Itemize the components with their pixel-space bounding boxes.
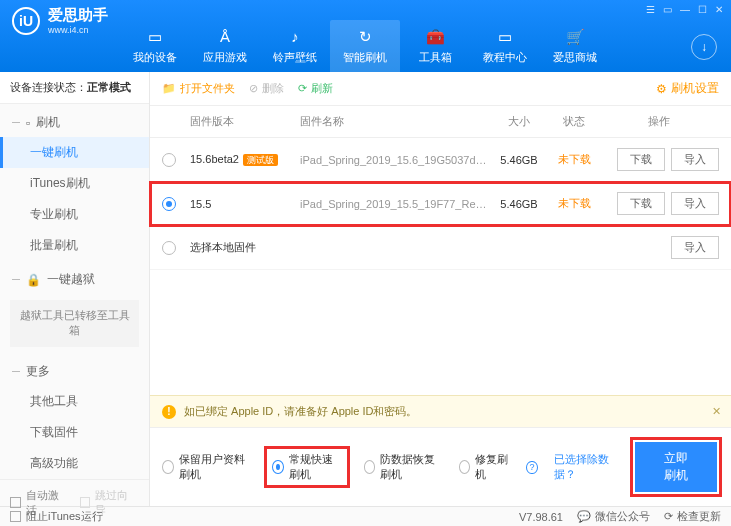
menu-icon[interactable]: ☰ bbox=[646, 4, 655, 15]
jailbreak-moved-notice: 越狱工具已转移至工具箱 bbox=[10, 300, 139, 347]
flash-now-button[interactable]: 立即刷机 bbox=[635, 442, 717, 492]
refresh-button[interactable]: ⟳刷新 bbox=[298, 81, 333, 96]
erase-data-link[interactable]: 已选择除数据？ bbox=[554, 452, 617, 482]
flash-settings-button[interactable]: ⚙刷机设置 bbox=[656, 80, 719, 97]
group-jailbreak[interactable]: 🔒 一键越狱 bbox=[0, 265, 149, 294]
sidebar-item-download-fw[interactable]: 下载固件 bbox=[0, 417, 149, 448]
help-icon[interactable]: ? bbox=[526, 461, 537, 474]
phone-icon: ▭ bbox=[146, 28, 164, 46]
sidebar-item-advanced[interactable]: 高级功能 bbox=[0, 448, 149, 479]
trash-icon: ⊘ bbox=[249, 82, 258, 95]
music-icon: ♪ bbox=[286, 28, 304, 46]
folder-icon: 📁 bbox=[162, 82, 176, 95]
local-firmware-row[interactable]: 选择本地固件 导入 bbox=[150, 226, 731, 270]
update-icon: ⟳ bbox=[664, 510, 673, 523]
nav-tutorials[interactable]: ▭教程中心 bbox=[470, 20, 540, 72]
opt-normal-fast[interactable]: 常规快速刷机 bbox=[266, 448, 348, 486]
maximize-icon[interactable]: ☐ bbox=[698, 4, 707, 15]
import-button[interactable]: 导入 bbox=[671, 148, 719, 171]
wechat-link[interactable]: 💬微信公众号 bbox=[577, 509, 650, 524]
close-icon[interactable]: ✕ bbox=[715, 4, 723, 15]
import-button[interactable]: 导入 bbox=[671, 236, 719, 259]
beta-tag: 测试版 bbox=[243, 154, 278, 166]
toolbox-icon: 🧰 bbox=[426, 28, 444, 46]
delete-button[interactable]: ⊘删除 bbox=[249, 81, 284, 96]
download-button[interactable]: 下载 bbox=[617, 148, 665, 171]
cart-icon: 🛒 bbox=[566, 28, 584, 46]
opt-repair[interactable]: 修复刷机 bbox=[459, 452, 511, 482]
wechat-icon: 💬 bbox=[577, 510, 591, 523]
version-label: V7.98.61 bbox=[519, 511, 563, 523]
connection-status: 设备连接状态：正常模式 bbox=[0, 72, 149, 104]
import-button[interactable]: 导入 bbox=[671, 192, 719, 215]
app-url: www.i4.cn bbox=[48, 25, 108, 35]
gear-icon: ⚙ bbox=[656, 82, 667, 96]
apple-id-notice: ! 如已绑定 Apple ID，请准备好 Apple ID和密码。 ✕ bbox=[150, 395, 731, 427]
warning-icon: ! bbox=[162, 405, 176, 419]
check-update-link[interactable]: ⟳检查更新 bbox=[664, 509, 721, 524]
tshirt-icon[interactable]: ▭ bbox=[663, 4, 672, 15]
nav-flash[interactable]: ↻智能刷机 bbox=[330, 20, 400, 72]
notice-close-icon[interactable]: ✕ bbox=[712, 405, 721, 418]
open-folder-button[interactable]: 📁打开文件夹 bbox=[162, 81, 235, 96]
sidebar-item-oneclick[interactable]: 一键刷机 bbox=[0, 137, 149, 168]
row-radio[interactable] bbox=[162, 153, 176, 167]
opt-anti-recovery[interactable]: 防数据恢复刷机 bbox=[364, 452, 443, 482]
nav-ringtones[interactable]: ♪铃声壁纸 bbox=[260, 20, 330, 72]
block-itunes-check[interactable]: 阻止iTunes运行 bbox=[10, 509, 103, 524]
download-button[interactable]: 下载 bbox=[617, 192, 665, 215]
reload-icon: ⟳ bbox=[298, 82, 307, 95]
nav-toolbox[interactable]: 🧰工具箱 bbox=[400, 20, 470, 72]
nav-my-device[interactable]: ▭我的设备 bbox=[120, 20, 190, 72]
sidebar-item-batch[interactable]: 批量刷机 bbox=[0, 230, 149, 261]
app-title: 爱思助手 bbox=[48, 6, 108, 25]
firmware-row-selected[interactable]: 15.5 iPad_Spring_2019_15.5_19F77_Restore… bbox=[150, 182, 731, 226]
opt-keep-data[interactable]: 保留用户资料刷机 bbox=[162, 452, 250, 482]
download-icon[interactable]: ↓ bbox=[691, 34, 717, 60]
group-more[interactable]: 更多 bbox=[0, 357, 149, 386]
group-flash[interactable]: ▫ 刷机 bbox=[0, 108, 149, 137]
row-radio[interactable] bbox=[162, 241, 176, 255]
sidebar-item-pro[interactable]: 专业刷机 bbox=[0, 199, 149, 230]
firmware-row[interactable]: 15.6beta2测试版 iPad_Spring_2019_15.6_19G50… bbox=[150, 138, 731, 182]
nav-apps[interactable]: Å应用游戏 bbox=[190, 20, 260, 72]
row-radio[interactable] bbox=[162, 197, 176, 211]
sidebar-item-itunes[interactable]: iTunes刷机 bbox=[0, 168, 149, 199]
apps-icon: Å bbox=[216, 28, 234, 46]
sidebar-item-othertools[interactable]: 其他工具 bbox=[0, 386, 149, 417]
table-header: 固件版本 固件名称 大小 状态 操作 bbox=[150, 106, 731, 138]
refresh-icon: ↻ bbox=[356, 28, 374, 46]
minimize-icon[interactable]: — bbox=[680, 4, 690, 15]
nav-store[interactable]: 🛒爱思商城 bbox=[540, 20, 610, 72]
app-logo: iU bbox=[12, 7, 40, 35]
book-icon: ▭ bbox=[496, 28, 514, 46]
